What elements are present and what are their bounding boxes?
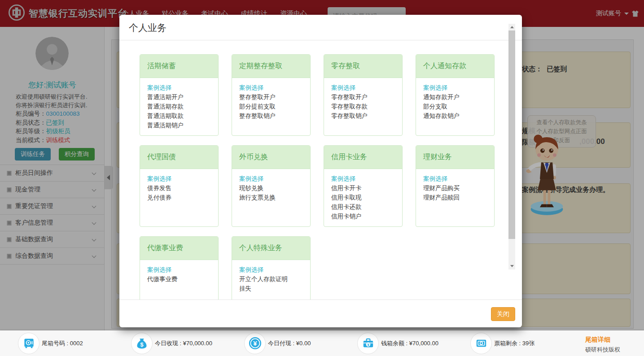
case-card-body: 案例选择债券发售兑付债券 <box>140 169 218 207</box>
scrollbar-thumb[interactable] <box>508 30 515 239</box>
case-item-通知存款销户[interactable]: 通知存款销户 <box>423 111 487 121</box>
case-card-body: 案例选择信用卡开卡信用卡取现信用卡还款信用卡销户 <box>324 169 402 226</box>
case-select-link[interactable]: 案例选择 <box>147 83 211 92</box>
footer-stat: ¥今日付现 : ¥0.00 <box>244 330 311 356</box>
modal-footer: 关闭 <box>119 300 522 327</box>
case-item-零存整取开户[interactable]: 零存整取开户 <box>331 92 395 102</box>
case-item-普通活期存款[interactable]: 普通活期存款 <box>147 102 211 111</box>
case-item-零存整取存款[interactable]: 零存整取存款 <box>331 102 395 111</box>
case-item-信用卡取现[interactable]: 信用卡取现 <box>331 193 395 202</box>
modal-title: 个人业务 <box>129 22 166 34</box>
case-item-旅行支票兑换[interactable]: 旅行支票兑换 <box>239 193 303 202</box>
svg-text:$: $ <box>140 341 143 348</box>
page: 智慧银行互动实训平台 个人业务对公业务考试中心成绩统计资源中心 测试账号 您好:… <box>0 0 644 356</box>
case-card-title: 代理国债 <box>140 146 218 169</box>
scroll-down-arrow[interactable] <box>508 263 515 269</box>
card-grid: 活期储蓄案例选择普通活期开户普通活期存款普通活期取款普通活期销户定期整存整取案例… <box>140 54 522 300</box>
case-card-个人特殊业务: 个人特殊业务案例选择开立个人存款证明挂失 <box>232 236 311 300</box>
case-select-link[interactable]: 案例选择 <box>423 83 487 92</box>
footer-stat: $今日收现 : ¥70,000.00 <box>131 330 212 356</box>
case-select-link[interactable]: 案例选择 <box>239 83 303 92</box>
footer-stat-label: 尾箱号码 : 0002 <box>42 339 83 347</box>
moneybag-icon: $ <box>131 333 153 354</box>
case-card-代理国债: 代理国债案例选择债券发售兑付债券 <box>140 145 219 227</box>
yuan-icon: ¥ <box>244 333 266 354</box>
case-item-部分支取[interactable]: 部分支取 <box>423 102 487 111</box>
case-select-link[interactable]: 案例选择 <box>423 174 487 183</box>
svg-text:¥: ¥ <box>367 343 369 347</box>
case-card-个人通知存款: 个人通知存款案例选择通知存款开户部分支取通知存款销户 <box>416 54 495 136</box>
cashbox-icon: ¥ <box>357 333 379 354</box>
footer-stat-label: 今日付现 : ¥0.00 <box>268 339 311 347</box>
case-item-信用卡开卡[interactable]: 信用卡开卡 <box>331 183 395 193</box>
case-item-信用卡还款[interactable]: 信用卡还款 <box>331 202 395 212</box>
case-card-代缴事业费: 代缴事业费案例选择代缴事业费 <box>140 236 219 300</box>
case-item-普通活期销户[interactable]: 普通活期销户 <box>147 121 211 130</box>
copyright-text: 硕研科技版权 <box>585 346 620 354</box>
case-card-外币兑换: 外币兑换案例选择现钞兑换旅行支票兑换 <box>232 145 311 227</box>
case-card-title: 零存整取 <box>324 55 402 78</box>
case-card-body: 案例选择理财产品购买理财产品赎回 <box>416 169 494 207</box>
footer-stat: 票箱剩余 : 39张 <box>470 330 534 356</box>
footer-stat-label: 今日收现 : ¥70,000.00 <box>155 339 212 347</box>
case-card-body: 案例选择通知存款开户部分支取通知存款销户 <box>416 78 494 126</box>
case-item-整存整取销户[interactable]: 整存整取销户 <box>239 111 303 121</box>
case-card-title: 外币兑换 <box>232 146 310 169</box>
triangle-up-icon <box>510 26 514 28</box>
case-card-body: 案例选择普通活期开户普通活期存款普通活期取款普通活期销户 <box>140 78 218 135</box>
case-select-link[interactable]: 案例选择 <box>147 265 211 274</box>
case-item-部分提前支取[interactable]: 部分提前支取 <box>239 102 303 111</box>
case-item-零存整取销户[interactable]: 零存整取销户 <box>331 111 395 121</box>
close-button[interactable]: 关闭 <box>491 307 515 321</box>
case-item-现钞兑换[interactable]: 现钞兑换 <box>239 183 303 193</box>
case-item-债券发售[interactable]: 债券发售 <box>147 183 211 193</box>
case-card-title: 理财业务 <box>416 146 494 169</box>
case-select-link[interactable]: 案例选择 <box>147 174 211 183</box>
tickets-icon <box>470 333 492 354</box>
modal-header: 个人业务 <box>119 15 522 40</box>
case-card-body: 案例选择零存整取开户零存整取存款零存整取销户 <box>324 78 402 126</box>
case-item-通知存款开户[interactable]: 通知存款开户 <box>423 92 487 102</box>
case-item-信用卡销户[interactable]: 信用卡销户 <box>331 212 395 221</box>
case-card-title: 个人特殊业务 <box>232 237 310 260</box>
case-card-title: 信用卡业务 <box>324 146 402 169</box>
case-item-普通活期开户[interactable]: 普通活期开户 <box>147 92 211 102</box>
personal-business-modal: 个人业务 活期储蓄案例选择普通活期开户普通活期存款普通活期取款普通活期销户定期整… <box>119 15 522 327</box>
case-item-挂失[interactable]: 挂失 <box>239 284 303 293</box>
case-card-title: 活期储蓄 <box>140 55 218 78</box>
scroll-up-arrow[interactable] <box>508 24 515 30</box>
case-select-link[interactable]: 案例选择 <box>331 83 395 92</box>
case-item-理财产品赎回[interactable]: 理财产品赎回 <box>423 193 487 202</box>
case-select-link[interactable]: 案例选择 <box>239 174 303 183</box>
case-card-零存整取: 零存整取案例选择零存整取开户零存整取存款零存整取销户 <box>324 54 403 136</box>
case-item-兑付债券[interactable]: 兑付债券 <box>147 193 211 202</box>
bottom-status-bar: 尾箱详细 硕研科技版权 尾箱号码 : 0002$今日收现 : ¥70,000.0… <box>0 330 644 356</box>
footer-stat: 尾箱号码 : 0002 <box>18 330 83 356</box>
case-card-title: 个人通知存款 <box>416 55 494 78</box>
svg-text:¥: ¥ <box>253 340 257 347</box>
case-select-link[interactable]: 案例选择 <box>331 174 395 183</box>
vault-icon <box>18 333 39 354</box>
triangle-down-icon <box>510 265 514 267</box>
case-card-活期储蓄: 活期储蓄案例选择普通活期开户普通活期存款普通活期取款普通活期销户 <box>140 54 219 136</box>
modal-body: 活期储蓄案例选择普通活期开户普通活期存款普通活期取款普通活期销户定期整存整取案例… <box>119 40 522 300</box>
case-select-link[interactable]: 案例选择 <box>239 265 303 274</box>
tailbox-detail-link[interactable]: 尾箱详细 <box>585 336 610 344</box>
footer-stat: ¥钱箱余额 : ¥70,000.00 <box>357 330 438 356</box>
case-card-body: 案例选择代缴事业费 <box>140 260 218 289</box>
case-item-开立个人存款证明[interactable]: 开立个人存款证明 <box>239 274 303 284</box>
case-card-定期整存整取: 定期整存整取案例选择整存整取开户部分提前支取整存整取销户 <box>232 54 311 136</box>
footer-stat-label: 票箱剩余 : 39张 <box>494 339 534 347</box>
case-card-body: 案例选择整存整取开户部分提前支取整存整取销户 <box>232 78 310 126</box>
case-item-整存整取开户[interactable]: 整存整取开户 <box>239 92 303 102</box>
case-card-title: 代缴事业费 <box>140 237 218 260</box>
footer-stat-label: 钱箱余额 : ¥70,000.00 <box>381 339 438 347</box>
case-card-理财业务: 理财业务案例选择理财产品购买理财产品赎回 <box>416 145 495 227</box>
modal-scrollbar <box>508 24 515 269</box>
case-item-代缴事业费[interactable]: 代缴事业费 <box>147 274 211 284</box>
case-item-理财产品购买[interactable]: 理财产品购买 <box>423 183 487 193</box>
case-card-body: 案例选择现钞兑换旅行支票兑换 <box>232 169 310 207</box>
case-card-body: 案例选择开立个人存款证明挂失 <box>232 260 310 298</box>
case-card-title: 定期整存整取 <box>232 55 310 78</box>
case-item-普通活期取款[interactable]: 普通活期取款 <box>147 111 211 121</box>
